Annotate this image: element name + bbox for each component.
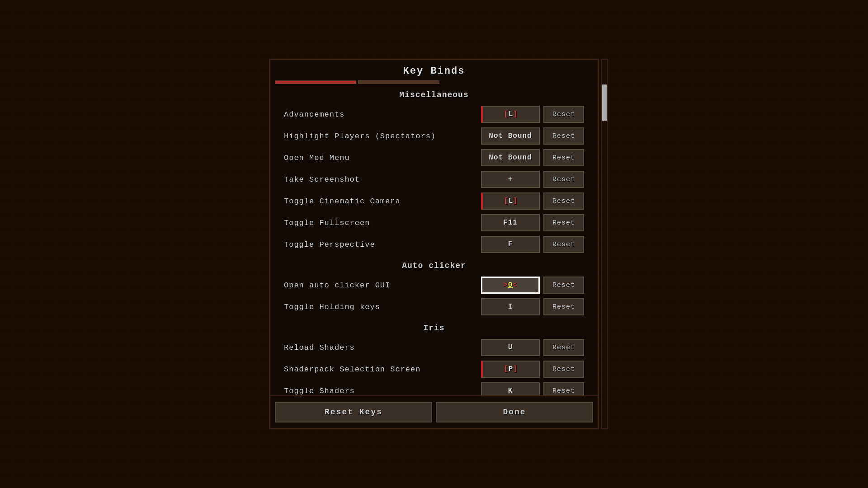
row-open-auto-clicker: Open auto clicker GUI > 0 < Reset <box>275 275 593 296</box>
row-toggle-fullscreen: Toggle Fullscreen F11 Reset <box>275 212 593 233</box>
section-miscellaneous: Miscellaneous <box>275 85 593 104</box>
keybinds-panel: Key Binds Miscellaneous Advancements [ L… <box>269 59 599 429</box>
row-open-mod-menu: Open Mod Menu Not Bound Reset <box>275 147 593 168</box>
row-shaderpack-selection: Shaderpack Selection Screen [ P ] Reset <box>275 359 593 380</box>
scrollbar-thumb[interactable] <box>602 84 607 121</box>
row-highlight-players: Highlight Players (Spectators) Not Bound… <box>275 126 593 146</box>
label-open-auto-clicker: Open auto clicker GUI <box>284 281 481 290</box>
key-reload-shaders[interactable]: U <box>481 339 540 356</box>
key-toggle-fullscreen[interactable]: F11 <box>481 214 540 231</box>
reset-toggle-perspective[interactable]: Reset <box>543 236 584 253</box>
label-highlight-players: Highlight Players (Spectators) <box>284 132 481 141</box>
tab-active[interactable] <box>275 80 356 84</box>
label-take-screenshot: Take Screenshot <box>284 175 481 184</box>
label-shaderpack-selection: Shaderpack Selection Screen <box>284 365 481 374</box>
label-toggle-shaders: Toggle Shaders <box>284 387 481 395</box>
row-advancements: Advancements [ L ] Reset <box>275 104 593 125</box>
reset-toggle-shaders[interactable]: Reset <box>543 382 584 395</box>
section-iris: Iris <box>275 318 593 337</box>
reset-open-auto-clicker[interactable]: Reset <box>543 277 584 294</box>
key-toggle-holding[interactable]: I <box>481 298 540 315</box>
row-reload-shaders: Reload Shaders U Reset <box>275 337 593 358</box>
panel-title: Key Binds <box>403 66 465 77</box>
reset-toggle-cinematic[interactable]: Reset <box>543 192 584 210</box>
panel-header: Key Binds <box>270 60 598 80</box>
label-advancements: Advancements <box>284 110 481 119</box>
reset-take-screenshot[interactable]: Reset <box>543 171 584 188</box>
row-toggle-holding: Toggle Holding keys I Reset <box>275 296 593 317</box>
reset-highlight-players[interactable]: Reset <box>543 127 584 145</box>
reset-keys-button[interactable]: Reset Keys <box>275 402 432 422</box>
key-toggle-shaders[interactable]: K <box>481 382 540 395</box>
row-toggle-perspective: Toggle Perspective F Reset <box>275 234 593 255</box>
key-shaderpack-selection[interactable]: [ P ] <box>481 361 540 378</box>
tab-inactive[interactable] <box>358 80 439 84</box>
label-toggle-fullscreen: Toggle Fullscreen <box>284 219 481 227</box>
key-take-screenshot[interactable]: + <box>481 171 540 188</box>
label-toggle-holding: Toggle Holding keys <box>284 303 481 311</box>
label-reload-shaders: Reload Shaders <box>284 343 481 352</box>
label-toggle-cinematic: Toggle Cinematic Camera <box>284 197 481 206</box>
reset-open-mod-menu[interactable]: Reset <box>543 149 584 166</box>
key-advancements[interactable]: [ L ] <box>481 106 540 123</box>
section-auto-clicker: Auto clicker <box>275 256 593 275</box>
key-toggle-cinematic[interactable]: [ L ] <box>481 192 540 210</box>
row-toggle-cinematic: Toggle Cinematic Camera [ L ] Reset <box>275 191 593 211</box>
key-open-mod-menu[interactable]: Not Bound <box>481 149 540 166</box>
keybinds-panel-wrapper: Key Binds Miscellaneous Advancements [ L… <box>269 59 599 429</box>
label-toggle-perspective: Toggle Perspective <box>284 240 481 249</box>
content-area: Miscellaneous Advancements [ L ] Reset H… <box>270 85 598 395</box>
row-take-screenshot: Take Screenshot + Reset <box>275 169 593 190</box>
key-highlight-players[interactable]: Not Bound <box>481 127 540 145</box>
reset-reload-shaders[interactable]: Reset <box>543 339 584 356</box>
reset-toggle-holding[interactable]: Reset <box>543 298 584 315</box>
key-open-auto-clicker[interactable]: > 0 < <box>481 277 540 294</box>
label-open-mod-menu: Open Mod Menu <box>284 154 481 162</box>
reset-shaderpack-selection[interactable]: Reset <box>543 361 584 378</box>
reset-toggle-fullscreen[interactable]: Reset <box>543 214 584 231</box>
footer: Reset Keys Done <box>270 395 598 428</box>
scrollbar[interactable] <box>601 59 608 429</box>
row-toggle-shaders: Toggle Shaders K Reset <box>275 380 593 395</box>
key-toggle-perspective[interactable]: F <box>481 236 540 253</box>
done-button[interactable]: Done <box>436 402 593 422</box>
tab-bar <box>270 80 598 84</box>
reset-advancements[interactable]: Reset <box>543 106 584 123</box>
